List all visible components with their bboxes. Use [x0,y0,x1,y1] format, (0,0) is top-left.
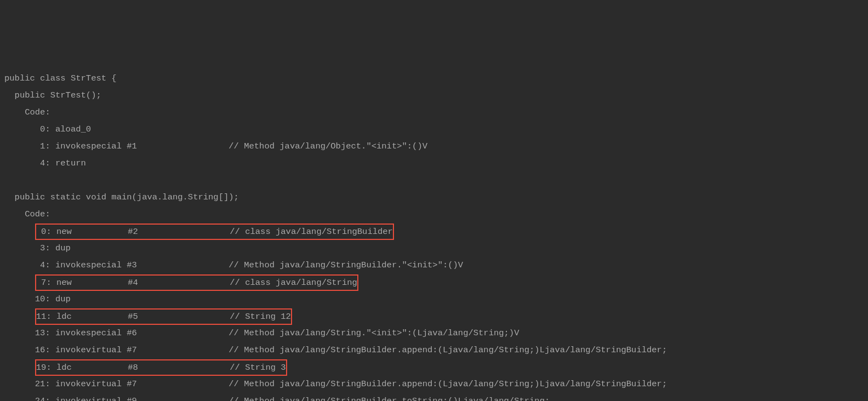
indent [4,308,35,325]
code-line: Code: [4,206,864,223]
code-line: 24: invokevirtual #9 // Method java/lang… [4,393,864,401]
code-line: public StrTest(); [4,87,864,104]
code-line: public class StrTest { [4,70,864,87]
indent [4,223,35,240]
highlight-box: 19: ldc #8 // String 3 [35,359,287,376]
code-line: 4: invokespecial #3 // Method java/lang/… [4,257,864,274]
code-line: 10: dup [4,291,864,308]
code-line: 16: invokevirtual #7 // Method java/lang… [4,342,864,359]
code-line: 13: invokespecial #6 // Method java/lang… [4,325,864,342]
highlight-box: 0: new #2 // class java/lang/StringBuild… [35,224,394,240]
highlight-box: 11: ldc #5 // String 12 [35,308,292,325]
code-line: 3: dup [4,240,864,257]
code-line: 0: aload_0 [4,121,864,138]
code-line: public static void main(java.lang.String… [4,189,864,206]
highlight-box: 7: new #4 // class java/lang/String [35,274,358,291]
code-line: 1: invokespecial #1 // Method java/lang/… [4,138,864,155]
bytecode-listing: public class StrTest { public StrTest();… [4,70,864,401]
code-line: 19: ldc #8 // String 3 [4,359,864,376]
code-line: 4: return [4,155,864,172]
indent [4,274,35,291]
code-line: 7: new #4 // class java/lang/String [4,274,864,291]
indent [4,359,35,376]
code-line: Code: [4,104,864,121]
code-line: 11: ldc #5 // String 12 [4,308,864,325]
code-line [4,172,864,189]
code-line: 21: invokevirtual #7 // Method java/lang… [4,376,864,393]
code-line: 0: new #2 // class java/lang/StringBuild… [4,223,864,240]
